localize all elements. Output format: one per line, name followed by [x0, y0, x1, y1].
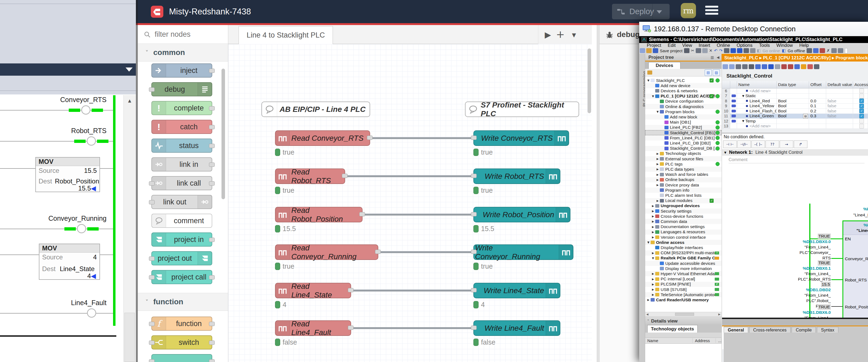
split-editor-v-button[interactable] [838, 48, 843, 53]
table-cell[interactable]: false [826, 104, 853, 109]
table-cell[interactable] [777, 88, 809, 94]
tree-item-devices-networks[interactable]: Devices & networks [645, 88, 721, 93]
table-cell[interactable] [809, 119, 826, 124]
palette-node-status[interactable]: status [151, 139, 212, 153]
expander-down-icon[interactable]: ▼ [647, 79, 651, 82]
palette-node-function[interactable]: ffunction [151, 316, 212, 331]
tree-item-display-hide-interfaces[interactable]: Display/hide interfaces [645, 245, 721, 250]
table-cell[interactable] [853, 94, 868, 99]
table-cell[interactable]: ✓ [853, 114, 868, 119]
copy-snapshot-button[interactable] [762, 64, 767, 69]
menu-help[interactable]: Help [799, 43, 809, 48]
snapshot-button[interactable] [755, 64, 761, 69]
input-port[interactable] [471, 136, 477, 140]
table-column-header[interactable]: Default value [826, 81, 853, 88]
undo-button[interactable]: ↶ [714, 48, 718, 53]
tree-item-stacklight-plc[interactable]: ▼Stacklight_PLC✓ [645, 78, 721, 83]
upload-from-device-button[interactable] [737, 48, 742, 53]
table-cell[interactable]: false [826, 99, 853, 104]
ladder-scrollbar[interactable]: ▲ [123, 95, 136, 362]
inspector-tab-cross-references[interactable]: Cross-references [749, 327, 791, 333]
accessible-checkbox[interactable]: ✓ [859, 99, 864, 103]
expander-right-icon[interactable]: ▶ [657, 199, 660, 202]
load-start-values-button[interactable] [788, 64, 793, 69]
update-interface-button[interactable] [814, 64, 819, 69]
palette-node-comment[interactable]: comment [151, 214, 212, 228]
input-port[interactable] [149, 256, 155, 261]
tab-technology-objects[interactable]: Technology objects [647, 325, 698, 333]
input-port[interactable] [149, 275, 155, 280]
table-cell[interactable] [777, 124, 809, 129]
tree-item-line4-plc-fb2[interactable]: Line4_PLC [FB2] [645, 125, 721, 130]
input-port[interactable] [471, 174, 477, 178]
palette-node-project call[interactable]: project call [151, 270, 212, 284]
tree-item-hyper-v-virtual-ethernet-adapter[interactable]: ▶Hyper-V Virtual Ethernet Adapter [645, 271, 721, 276]
scroll-up-icon[interactable]: ▲ [125, 96, 134, 105]
palette-node-link call[interactable]: link call [151, 176, 212, 190]
split-editor-h-button[interactable] [831, 48, 837, 53]
details-column-address[interactable]: Address [693, 338, 716, 343]
comment-node[interactable]: S7 Profinet - Stacklight PLC [465, 102, 579, 117]
tree-item-watch-and-force-tables[interactable]: ▶Watch and force tables [645, 172, 721, 177]
input-operand[interactable]: TRUE%DB1.DBX0.1"From_Line4_PLC".Robot_RT… [787, 260, 831, 282]
expander-down-icon[interactable]: ▼ [657, 110, 660, 113]
expander-right-icon[interactable]: ▶ [652, 283, 655, 286]
menu-project[interactable]: Project [647, 43, 661, 48]
table-cell[interactable]: 0.2 [809, 109, 826, 114]
tab-devices[interactable]: Devices [648, 62, 681, 69]
tree-item-teleservice-automatic-protoco[interactable]: ▶TeleService [Automatic protoco... [645, 292, 721, 297]
table-cell[interactable] [730, 109, 737, 114]
tree-item-pc-internal-local[interactable]: ▶PC internal [Local] [645, 277, 721, 282]
tree-item-add-new-device[interactable]: Add new device [645, 83, 721, 88]
palette-node-inject[interactable]: inject [151, 63, 212, 78]
tree-item-plc-tags[interactable]: ▶PLC tags [645, 161, 721, 167]
tree-item-cross-device-functions[interactable]: ▶Cross-device functions [645, 214, 721, 219]
table-cell[interactable] [730, 114, 737, 119]
menu-online[interactable]: Online [717, 43, 730, 48]
output-port[interactable] [209, 144, 215, 148]
table-cell[interactable] [826, 124, 853, 129]
palette-category-common[interactable]: ˅common [138, 44, 228, 61]
output-port[interactable] [209, 163, 215, 167]
accessible-checkbox[interactable] [859, 94, 864, 98]
menu-options[interactable]: Options [737, 43, 752, 48]
table-cell[interactable]: 11 [722, 114, 730, 119]
paste-button[interactable] [702, 48, 708, 53]
table-cell-name[interactable]: Line4_Green [737, 114, 777, 119]
table-cell[interactable] [853, 119, 868, 124]
tree-item-stacklight-control-db[interactable]: Stacklight_Control_DB [... [645, 146, 721, 151]
append-row-button[interactable] [742, 64, 748, 69]
output-port[interactable] [367, 136, 373, 140]
tree-filter-icon[interactable] [647, 71, 652, 75]
output-port[interactable] [375, 250, 381, 254]
tree-item-program-info[interactable]: Program info [645, 188, 721, 193]
expander-right-icon[interactable]: ▶ [657, 168, 660, 171]
fb-input-pin[interactable]: Conveyor_RTS [845, 256, 868, 261]
table-cell[interactable] [826, 119, 853, 124]
flow-canvas[interactable]: AB EIP/CIP - Line 4 PLCS7 Profinet - Sta… [228, 44, 592, 362]
palette-search[interactable] [138, 25, 228, 44]
table-cell[interactable]: 12 [722, 119, 730, 124]
tree-item-local-modules[interactable]: ▶Local modules✓ [645, 198, 721, 203]
tree-item-online-backups[interactable]: ▶Online backups [645, 177, 721, 183]
table-cell[interactable]: Bool [777, 104, 809, 109]
download-to-device-button[interactable] [731, 48, 736, 53]
keep-values-button[interactable] [749, 64, 754, 69]
table-cell[interactable]: Bool▤ [777, 114, 809, 119]
table-cell[interactable] [809, 94, 826, 99]
table-cell[interactable]: false [826, 114, 853, 119]
expander-right-icon[interactable]: ▶ [652, 251, 655, 254]
save-project-label[interactable]: Save project [660, 49, 682, 53]
scroll-left-icon[interactable]: ◀ [645, 312, 650, 316]
scrollbar-thumb[interactable] [124, 313, 135, 362]
input-port[interactable] [149, 322, 155, 326]
input-port[interactable] [471, 212, 477, 216]
go-offline-button[interactable]: Go offline [787, 49, 805, 53]
output-port[interactable] [209, 275, 215, 280]
table-cell[interactable] [730, 94, 737, 99]
expander-right-icon[interactable]: ▶ [657, 163, 660, 166]
palette-node-link out[interactable]: link out [151, 195, 212, 209]
tab-line4-to-stacklight-plc[interactable]: Line 4 to Stacklight PLC [239, 26, 333, 44]
no-contact-button[interactable]: ⊣ ⊢ [723, 140, 737, 148]
input-port[interactable] [149, 200, 155, 204]
